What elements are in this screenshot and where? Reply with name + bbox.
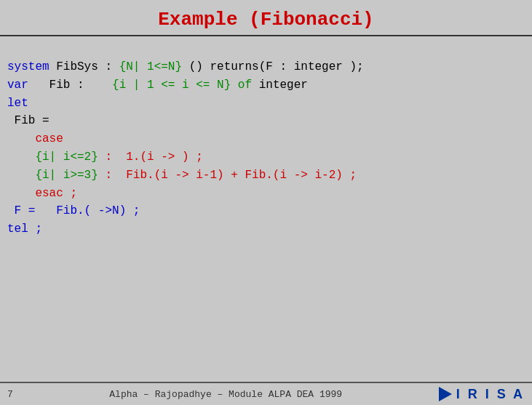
- kw-var: var: [7, 79, 28, 92]
- logo-irisa-text: I R I S A: [456, 387, 525, 402]
- line6-rest: : 1.(i -> ) ;: [98, 151, 203, 164]
- kw-let: let: [7, 97, 28, 110]
- code-line-2: var Fib : {i | 1 <= i <= N} of integer: [7, 76, 517, 95]
- footer: 7 Alpha – Rajopadhye – Module ALPA DEA 1…: [0, 382, 532, 405]
- footer-credit: Alpha – Rajopadhye – Module ALPA DEA 199…: [109, 389, 342, 400]
- code-area: system FibSys : {N| 1<=N} () returns(F :…: [0, 36, 532, 246]
- footer-page-number: 7: [7, 389, 13, 400]
- code-line-6: {i| i<=2} : 1.(i -> ) ;: [7, 148, 517, 167]
- line2-type: integer: [252, 79, 308, 92]
- line4-fib: Fib =: [7, 114, 49, 127]
- line2-of: of: [231, 79, 252, 92]
- code-line-4: Fib =: [7, 112, 517, 130]
- title-area: Example (Fibonacci): [0, 0, 532, 36]
- line7-set: {i| i>=3}: [7, 169, 98, 182]
- page-title: Example (Fibonacci): [158, 9, 373, 31]
- line1-rest: () returns(F : integer );: [182, 60, 364, 73]
- line6-set: {i| i<=2}: [7, 151, 98, 164]
- line9-f: F = Fib.( ->N) ;: [7, 204, 140, 217]
- kw-esac: esac ;: [7, 187, 77, 200]
- code-line-1: system FibSys : {N| 1<=N} () returns(F :…: [7, 58, 517, 76]
- line7-rest: : Fib.(i -> i-1) + Fib.(i -> i-2) ;: [98, 169, 357, 182]
- code-line-7: {i| i>=3} : Fib.(i -> i-1) + Fib.(i -> i…: [7, 167, 517, 185]
- line1-set: {N| 1<=N}: [119, 60, 182, 73]
- code-line-8: esac ;: [7, 185, 517, 203]
- footer-logo: I R I S A: [439, 387, 525, 402]
- code-line-5: case: [7, 130, 517, 148]
- kw-system: system: [7, 60, 49, 73]
- line2-set: {i | 1 <= i <= N}: [112, 79, 231, 92]
- code-line-3: let: [7, 95, 517, 113]
- kw-case: case: [7, 132, 63, 145]
- code-line-9: F = Fib.( ->N) ;: [7, 202, 517, 220]
- line2-ident: Fib :: [28, 79, 112, 92]
- code-line-10: tel ;: [7, 220, 517, 238]
- logo-triangle-icon: [439, 387, 452, 401]
- kw-tel: tel ;: [7, 222, 42, 236]
- line1-ident: FibSys :: [49, 60, 119, 73]
